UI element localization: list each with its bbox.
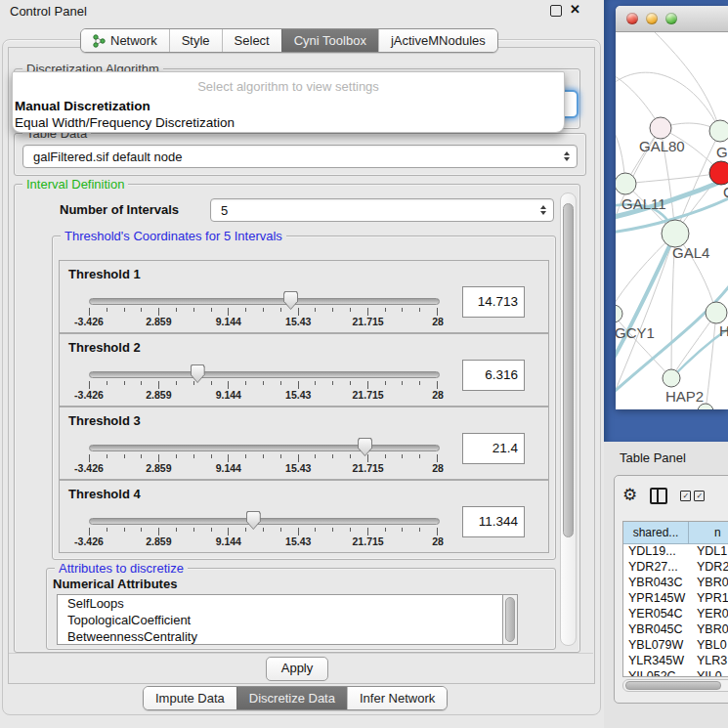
tab-style[interactable]: Style [169, 29, 222, 52]
slider-track[interactable] [89, 445, 440, 451]
table-cell: YBR0 [693, 576, 728, 591]
float-window-icon[interactable] [550, 5, 562, 17]
tick-mark [193, 308, 194, 312]
horizontal-scrollbar-thumb[interactable] [625, 681, 721, 690]
table-cell: YIL052C [623, 669, 693, 677]
threshold-value-field[interactable]: 11.344 [462, 506, 525, 537]
threshold-label: Threshold 1 [68, 267, 141, 281]
tab-cyni-toolbox[interactable]: Cyni Toolbox [281, 29, 378, 52]
network-node-c[interactable] [709, 161, 728, 185]
gear-icon[interactable]: ⚙ [622, 486, 637, 505]
threshold-slider[interactable]: -3.4262.8599.14415.4321.71528 [89, 512, 438, 549]
minimize-traffic-light-icon[interactable] [646, 13, 658, 24]
column-header-n[interactable]: n [689, 522, 728, 543]
tab-infer-network[interactable]: Infer Network [347, 687, 447, 709]
numerical-attributes-list[interactable]: SelfLoopsTopologicalCoefficientBetweenne… [57, 594, 518, 645]
control-panel: Control Panel ✕ NetworkStyleSelectCyni T… [0, 0, 604, 728]
network-edge[interactable] [625, 173, 721, 184]
tab-label: Style [182, 33, 210, 48]
attribute-item-topologicalcoefficient[interactable]: TopologicalCoefficient [58, 612, 517, 628]
network-edge[interactable] [616, 234, 675, 364]
network-node-label: G [716, 144, 728, 160]
table-row[interactable]: YDR27...YDR2 [623, 560, 728, 576]
table-data-combobox[interactable]: galFiltered.sif default node [22, 145, 578, 168]
slider-track[interactable] [89, 298, 440, 305]
popup-item-equal-width-frequency-discretization[interactable]: Equal Width/Frequency Discretization [15, 115, 235, 130]
number-of-intervals-combobox[interactable]: 5 [210, 198, 554, 222]
network-edge[interactable] [655, 32, 720, 131]
threshold-slider[interactable]: -3.4262.8599.14415.4321.71528 [89, 292, 438, 329]
threshold-slider[interactable]: -3.4262.8599.14415.4321.71528 [89, 365, 438, 403]
table-cell: YER0 [693, 607, 728, 622]
checkbox-icon[interactable]: ✓ [694, 491, 705, 501]
table-row[interactable]: YBR043CYBR0 [623, 576, 728, 591]
table-row[interactable]: YIL052CYIL0 [623, 669, 728, 677]
table-row[interactable]: YPR145WYPR1 [623, 591, 728, 607]
tab-select[interactable]: Select [222, 29, 281, 52]
tick-label: 9.144 [216, 462, 241, 474]
tab-network[interactable]: Network [81, 29, 169, 52]
tick-mark [193, 381, 194, 385]
network-node-gal4[interactable] [662, 220, 689, 247]
tab-impute-data[interactable]: Impute Data [144, 687, 236, 709]
tick-mark [141, 528, 142, 532]
network-window-titlebar[interactable] [616, 6, 728, 32]
table-row[interactable]: YER054CYER0 [623, 607, 728, 622]
zoom-traffic-light-icon[interactable] [665, 13, 677, 24]
close-icon[interactable]: ✕ [570, 2, 580, 17]
vertical-scrollbar-thumb[interactable] [563, 203, 574, 537]
tick-mark [367, 381, 368, 389]
tick-mark [124, 528, 125, 532]
tick-mark [367, 308, 368, 316]
popup-item-manual-discretization[interactable]: Manual Discretization [15, 99, 150, 113]
threshold-value-field[interactable]: 6.316 [462, 360, 525, 391]
table-row[interactable]: YBL079WYBL0 [623, 638, 728, 654]
control-panel-title: Control Panel [10, 4, 87, 19]
network-node-gcy1[interactable] [616, 305, 622, 322]
attribute-item-selfloops[interactable]: SelfLoops [58, 595, 517, 612]
tick-mark [89, 308, 90, 316]
table-row[interactable]: YDL19...YDL1 [623, 544, 728, 560]
table-row[interactable]: YBR045CYBR0 [623, 622, 728, 638]
apply-button[interactable]: Apply [266, 657, 328, 681]
tick-mark [107, 308, 107, 312]
checkbox-icon[interactable]: ✓ [680, 491, 691, 501]
checkbox-icons: ✓ ✓ [680, 491, 705, 501]
tick-mark [315, 454, 316, 458]
threshold-value-field[interactable]: 21.4 [462, 433, 525, 464]
column-header-shared[interactable]: shared... [623, 522, 689, 543]
tick-label: 15.43 [285, 389, 311, 401]
attributes-scrollbar-thumb[interactable] [505, 597, 515, 642]
attribute-item-betweennesscentrality[interactable]: BetweennessCentrality [58, 628, 517, 645]
vertical-scrollbar[interactable] [560, 193, 577, 646]
horizontal-scrollbar[interactable] [622, 679, 728, 692]
attributes-scrollbar[interactable] [502, 594, 518, 645]
slider-track[interactable] [89, 371, 440, 378]
network-node-h[interactable] [706, 302, 727, 323]
tick-mark [280, 528, 281, 532]
tab-jactivemnodules[interactable]: jActiveMNodules [378, 29, 497, 52]
network-node-hap2[interactable] [663, 369, 680, 387]
network-canvas[interactable]: GAL80GCGAL11GAL4GCY1HHAP2 [616, 32, 728, 409]
threshold-slider[interactable]: -3.4262.8599.14415.4321.71528 [89, 439, 438, 476]
table-header-row: shared...n [623, 522, 728, 544]
slider-tick-labels: -3.4262.8599.14415.4321.71528 [89, 316, 438, 327]
network-node-gal11[interactable] [616, 173, 636, 194]
close-traffic-light-icon[interactable] [626, 13, 638, 24]
network-edge[interactable] [706, 313, 716, 409]
network-node-gal80[interactable] [650, 117, 671, 139]
tab-discretize-data[interactable]: Discretize Data [236, 687, 347, 709]
slider-track[interactable] [89, 518, 440, 525]
threshold-label: Threshold 4 [68, 487, 141, 501]
tick-label: -3.426 [74, 389, 104, 401]
table-row[interactable]: YLR345WYLR3 [623, 654, 728, 669]
tab-label: Network [110, 33, 157, 48]
threshold-label: Threshold 2 [68, 340, 141, 355]
column-layout-icon[interactable] [650, 488, 667, 504]
network-node-g[interactable] [709, 120, 728, 142]
tick-label: 15.43 [285, 316, 311, 327]
slider-tick-labels: -3.4262.8599.14415.4321.71528 [89, 462, 438, 474]
tick-mark [350, 381, 351, 385]
threshold-value-field[interactable]: 14.713 [462, 286, 525, 318]
tick-label: 15.43 [285, 535, 311, 547]
